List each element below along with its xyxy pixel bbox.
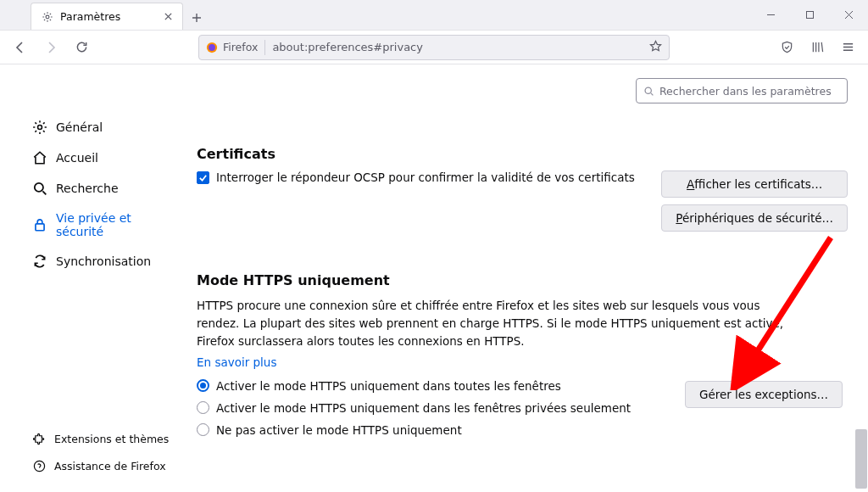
browser-tab[interactable]: Paramètres [31, 3, 183, 30]
sidebar-item-label: Assistance de Firefox [54, 460, 166, 472]
url-bar[interactable]: Firefox about:preferences#privacy [198, 35, 670, 60]
search-icon [643, 86, 654, 97]
manage-exceptions-button[interactable]: Gérer les exceptions… [685, 381, 843, 408]
https-only-all-windows[interactable]: Activer le mode HTTPS uniquement dans to… [197, 379, 685, 393]
forward-button[interactable] [37, 34, 64, 61]
https-only-description: HTTPS procure une connexion sûre et chif… [197, 297, 790, 350]
sidebar-item-label: Vie privée et sécurité [56, 211, 180, 238]
sidebar-item-sync[interactable]: Synchronisation [0, 248, 188, 275]
sidebar-bottom: Extensions et thèmes Assistance de Firef… [0, 424, 188, 480]
sidebar-item-support[interactable]: Assistance de Firefox [0, 453, 188, 478]
security-devices-button[interactable]: Périphériques de sécurité… [661, 204, 848, 232]
svg-point-4 [38, 126, 42, 130]
radio-unchecked-icon [197, 401, 209, 414]
url-address: about:preferences#privacy [272, 41, 643, 53]
svg-point-0 [46, 15, 49, 19]
gear-icon [42, 11, 53, 23]
certificates-heading: Certificats [197, 146, 848, 162]
sidebar-item-privacy[interactable]: Vie privée et sécurité [0, 205, 188, 244]
radio-unchecked-icon [197, 423, 209, 436]
main-content: Rechercher dans les paramètres Certifica… [188, 64, 868, 492]
lock-icon [32, 217, 47, 232]
svg-rect-6 [36, 224, 44, 231]
sidebar-item-label: Accueil [56, 151, 98, 165]
search-placeholder: Rechercher dans les paramètres [659, 85, 832, 98]
search-settings-input[interactable]: Rechercher dans les paramètres [636, 78, 848, 103]
identity-label: Firefox [223, 41, 258, 53]
puzzle-icon [32, 432, 46, 445]
ocsp-label: Interroger le répondeur OCSP pour confir… [216, 171, 635, 184]
sidebar-item-label: Extensions et thèmes [54, 433, 169, 445]
app-menu-icon[interactable] [834, 34, 861, 61]
search-icon [32, 181, 47, 196]
sidebar-item-general[interactable]: Général [0, 114, 188, 141]
window-controls [751, 0, 868, 30]
question-icon [32, 459, 46, 472]
scrollbar-thumb[interactable] [855, 429, 867, 489]
window-titlebar: Paramètres [0, 0, 868, 31]
https-only-disabled[interactable]: Ne pas activer le mode HTTPS uniquement [197, 423, 685, 437]
identity-box[interactable]: Firefox [206, 41, 258, 53]
browser-toolbar: Firefox about:preferences#privacy [0, 31, 868, 64]
home-icon [32, 150, 47, 165]
sync-icon [32, 254, 47, 269]
view-certificates-button[interactable]: Afficher les certificats… [661, 171, 848, 198]
radio-checked-icon [197, 379, 209, 392]
tab-title: Paramètres [60, 10, 120, 23]
urlbar-separator [264, 40, 265, 55]
close-window-button[interactable] [829, 0, 868, 30]
bookmark-star-icon[interactable] [649, 40, 662, 55]
https-only-heading: Mode HTTPS uniquement [197, 272, 848, 288]
minimize-button[interactable] [751, 0, 790, 30]
sidebar-item-label: Synchronisation [56, 254, 151, 268]
svg-rect-1 [806, 11, 813, 18]
radio-label: Activer le mode HTTPS uniquement dans le… [216, 401, 631, 415]
svg-point-7 [34, 461, 44, 471]
radio-label: Ne pas activer le mode HTTPS uniquement [216, 423, 462, 437]
sidebar-item-search[interactable]: Recherche [0, 175, 188, 202]
shield-icon[interactable] [773, 34, 800, 61]
svg-point-3 [209, 44, 215, 51]
back-button[interactable] [7, 34, 34, 61]
maximize-button[interactable] [790, 0, 829, 30]
sidebar-item-addons[interactable]: Extensions et thèmes [0, 426, 188, 451]
svg-point-8 [645, 87, 651, 93]
learn-more-link[interactable]: En savoir plus [197, 355, 276, 369]
sidebar-item-label: Général [56, 120, 103, 134]
ocsp-checkbox-row[interactable]: Interroger le répondeur OCSP pour confir… [197, 171, 635, 184]
reload-button[interactable] [68, 34, 95, 61]
preferences-page: Général Accueil Recherche Vie privée et … [0, 64, 868, 492]
sidebar-item-home[interactable]: Accueil [0, 144, 188, 171]
library-icon[interactable] [804, 34, 831, 61]
https-only-private-windows[interactable]: Activer le mode HTTPS uniquement dans le… [197, 401, 685, 415]
checkbox-checked-icon [197, 171, 209, 184]
radio-label: Activer le mode HTTPS uniquement dans to… [216, 379, 561, 393]
close-tab-icon[interactable] [162, 11, 174, 23]
new-tab-button[interactable] [185, 6, 209, 30]
svg-point-5 [35, 183, 43, 192]
sidebar: Général Accueil Recherche Vie privée et … [0, 64, 188, 492]
sidebar-item-label: Recherche [56, 182, 119, 195]
gear-icon [32, 120, 47, 135]
